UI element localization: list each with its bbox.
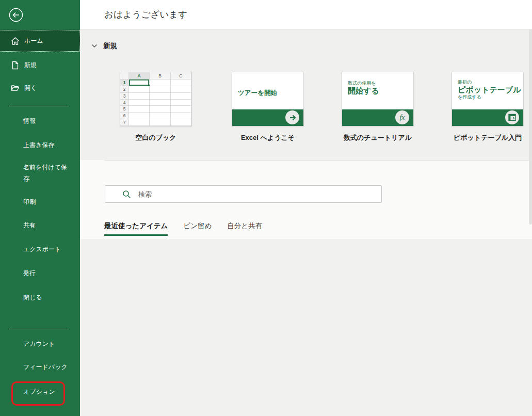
page-title: おはようございます — [104, 0, 187, 29]
section-divider — [104, 160, 532, 161]
search-icon — [122, 190, 131, 199]
template-card-pivottable-intro[interactable]: 最初の ピボットテーブル を作成する — [452, 72, 524, 126]
template-label[interactable]: 空白のブック — [109, 133, 202, 142]
tab-shared-with-me[interactable]: 自分と共有 — [227, 221, 262, 236]
sidebar-divider — [9, 106, 69, 106]
template-label[interactable]: 数式のチュートリアル — [331, 133, 424, 142]
card-overlay-text: 最初の ピボットテーブル を作成する — [458, 79, 521, 100]
recent-files-area — [80, 239, 532, 416]
search-box — [105, 185, 382, 203]
card-overlay-text: 数式の使用を 開始する — [348, 81, 379, 95]
sidebar-item-share[interactable]: 共有 — [23, 220, 72, 231]
backstage-sidebar: ホーム 新規 開く 情報 上書き保存 名前を付けて保存 印刷 — [0, 0, 80, 416]
template-card-blank-workbook[interactable]: ABC1234567 — [120, 72, 192, 126]
sidebar-divider — [9, 329, 69, 329]
overlay-line: 最初の — [458, 79, 521, 85]
back-button[interactable] — [8, 7, 24, 23]
template-label[interactable]: Excel へようこそ — [221, 133, 314, 142]
sidebar-item-save[interactable]: 上書き保存 — [23, 140, 72, 151]
overlay-line: 開始する — [348, 86, 379, 95]
grid-row: 7 — [120, 119, 191, 126]
sidebar-item-new[interactable]: 新規 — [0, 54, 80, 76]
search-input[interactable] — [138, 190, 381, 198]
sidebar-item-info[interactable]: 情報 — [23, 116, 72, 127]
overlay-line: ピボットテーブル — [458, 85, 521, 94]
excel-backstage-home: ホーム 新規 開く 情報 上書き保存 名前を付けて保存 印刷 — [0, 0, 532, 416]
fx-icon: fx — [395, 110, 409, 124]
template-card-formula-tutorial[interactable]: 数式の使用を 開始する fx — [342, 72, 414, 126]
sidebar-item-feedback[interactable]: フィードバック — [23, 362, 72, 373]
grid-row: 5 — [120, 106, 191, 113]
template-card-welcome-tour[interactable]: ツアーを開始 — [232, 72, 304, 126]
grid-row: 3 — [120, 93, 191, 100]
card-overlay-text: ツアーを開始 — [238, 89, 277, 98]
sidebar-item-options[interactable]: オプション — [23, 387, 72, 398]
new-section-header[interactable]: 新規 — [91, 41, 117, 51]
sidebar-item-account[interactable]: アカウント — [23, 339, 72, 350]
grid-header-row: ABC — [120, 72, 191, 79]
sidebar-item-label: 新規 — [24, 61, 37, 70]
sidebar-item-open[interactable]: 開く — [0, 77, 80, 99]
overlay-line: を作成する — [458, 94, 521, 100]
overlay-line: 数式の使用を — [348, 81, 379, 86]
sidebar-item-home[interactable]: ホーム — [0, 30, 80, 52]
grid-row: 4 — [120, 100, 191, 106]
file-list-tabs: 最近使ったアイテム ピン留め 自分と共有 — [104, 221, 262, 236]
grid-row: 2 — [120, 86, 191, 93]
card-green-bar — [232, 109, 303, 126]
new-section-title: 新規 — [103, 41, 117, 51]
sidebar-item-close[interactable]: 閉じる — [23, 292, 72, 303]
card-green-bar — [452, 109, 523, 126]
sidebar-item-label: 開く — [24, 84, 37, 92]
grid-row: 1 — [120, 79, 191, 86]
sidebar-item-save-as[interactable]: 名前を付けて保存 — [23, 162, 71, 184]
new-document-icon — [11, 61, 20, 70]
sidebar-item-export[interactable]: エクスポート — [23, 244, 72, 255]
home-icon — [11, 37, 20, 45]
tab-recent[interactable]: 最近使ったアイテム — [104, 221, 168, 236]
back-arrow-icon — [8, 7, 24, 23]
pivot-table-icon — [505, 110, 519, 124]
arrow-right-icon — [285, 110, 299, 124]
card-green-bar: fx — [342, 109, 413, 126]
vertical-scrollbar[interactable] — [529, 29, 532, 225]
blank-workbook-thumbnail: ABC1234567 — [120, 72, 191, 126]
fx-glyph: fx — [399, 114, 405, 122]
template-label[interactable]: ピボットテーブル入門 — [441, 133, 532, 142]
grid-row: 6 — [120, 113, 191, 119]
sidebar-item-label: ホーム — [24, 37, 43, 45]
open-folder-icon — [11, 84, 20, 92]
selected-cell-a1 — [129, 79, 150, 86]
tab-pinned[interactable]: ピン留め — [183, 221, 212, 236]
chevron-down-icon — [91, 43, 98, 49]
sidebar-item-print[interactable]: 印刷 — [23, 197, 72, 208]
sidebar-item-publish[interactable]: 発行 — [23, 268, 72, 279]
